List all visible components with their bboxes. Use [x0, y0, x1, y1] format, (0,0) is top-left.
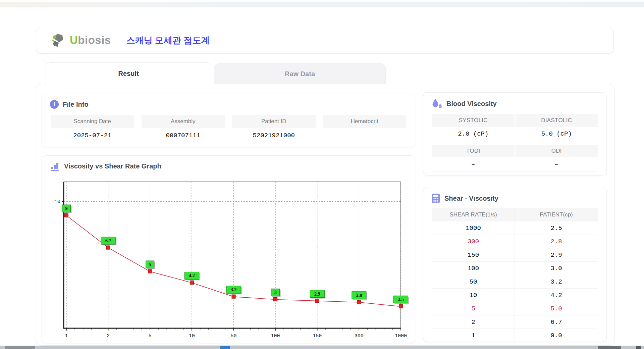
x-tick-label: 1000: [395, 333, 407, 339]
bv-label-odi: ODI: [516, 145, 598, 157]
cell-shear-rate: 300: [432, 235, 515, 248]
field-assembly: Assembly 000707111: [142, 115, 225, 143]
taskbar-segment: [636, 346, 641, 349]
taskbar-segment: [5, 346, 35, 349]
field-scanning-date: Scanning Date 2025-07-21: [51, 115, 134, 143]
table-header-row: SHEAR RATE(1/s) PATIENT(cp): [432, 208, 598, 221]
table-row: 300 2.8: [432, 235, 598, 248]
field-label: Patient ID: [232, 115, 316, 128]
chart-point: [399, 304, 403, 308]
calculator-icon: [431, 193, 440, 203]
file-info-header: i File Info: [50, 100, 89, 109]
app-header: Ubiosis 스캐닝 모세관 점도계: [36, 27, 614, 54]
field-value: 000707111: [142, 128, 225, 143]
cell-shear-rate: 10: [432, 289, 515, 302]
table-row: 1 9.0: [432, 329, 598, 342]
graph-header: Viscosity vs Shear Rate Graph: [50, 162, 161, 171]
x-tick-label: 1: [65, 333, 68, 339]
table-row: 2 6.7: [432, 315, 598, 329]
taskbar-segment-blue: [220, 346, 230, 349]
field-value: 2025-07-21: [51, 128, 134, 143]
cell-patient: 5.0: [515, 302, 598, 315]
file-info-grid: Scanning Date 2025-07-21 Assembly 000707…: [51, 115, 406, 143]
table-body: 1000 2.5 300 2.8 150 2.9 100 3.0 50 3.2 …: [432, 221, 598, 342]
table-row: 100 3.0: [432, 262, 598, 275]
bv-value-systolic: 2.8 (cP): [432, 127, 515, 141]
blood-viscosity-title: Blood Viscosity: [446, 100, 497, 108]
ubiosis-logo-text: Ubiosis: [70, 34, 111, 47]
field-label: Assembly: [142, 115, 225, 128]
field-patient-id: Patient ID 52021921000: [232, 115, 316, 143]
chart-point: [190, 281, 194, 284]
bv-label-systolic: SYSTOLIC: [432, 114, 515, 127]
cell-shear-rate: 1: [432, 329, 515, 342]
x-tick-label: 300: [355, 333, 364, 339]
cell-patient: 2.9: [515, 248, 598, 261]
logo-letter-u: U: [70, 34, 78, 46]
field-value: [323, 128, 407, 143]
cell-patient: 3.0: [515, 262, 598, 275]
cell-patient: 2.8: [515, 235, 598, 248]
logo-rest: biosis: [78, 34, 111, 46]
content-panel: i File Info Scanning Date 2025-07-21 Ass…: [36, 84, 614, 346]
shear-viscosity-card: Shear - Viscosity SHEAR RATE(1/s) PATIEN…: [423, 187, 607, 342]
cell-shear-rate: 1000: [432, 221, 515, 235]
cell-shear-rate: 100: [432, 262, 515, 275]
chart-point: [65, 213, 68, 217]
x-tick-label: 2: [107, 333, 110, 339]
bv-header-row: TODI ODI: [432, 145, 598, 157]
x-tick-label: 10: [189, 333, 195, 339]
table-row: 10 4.2: [432, 289, 598, 302]
cell-shear-rate: 5: [432, 302, 515, 315]
blood-viscosity-grid: SYSTOLIC DIASTOLIC 2.8 (cP) 5.0 (cP) TOD…: [432, 114, 598, 172]
x-tick-label: 50: [230, 333, 236, 339]
tab-result[interactable]: Result: [46, 62, 211, 84]
window-chrome-strip: [0, 2, 644, 7]
cell-patient: 6.7: [515, 315, 598, 329]
taskbar-segment: [598, 346, 621, 349]
cell-shear-rate: 2: [432, 315, 515, 329]
point-label: 2.5: [398, 297, 404, 302]
file-info-card: i File Info Scanning Date 2025-07-21 Ass…: [42, 94, 415, 147]
field-value: 52021921000: [232, 128, 316, 143]
cell-patient: 3.2: [515, 275, 598, 288]
bv-value-row: 2.8 (cP) 5.0 (cP): [432, 127, 598, 141]
chart-point: [274, 297, 277, 301]
file-info-title: File Info: [63, 101, 89, 108]
shear-viscosity-title: Shear - Viscosity: [444, 195, 498, 202]
bar-chart-icon: [50, 162, 60, 171]
shear-viscosity-table: SHEAR RATE(1/s) PATIENT(cp) 1000 2.5 300…: [432, 208, 598, 342]
y-tick-label: 10: [54, 199, 60, 205]
point-label: 6.7: [105, 238, 111, 243]
chart-point: [315, 299, 319, 303]
tab-raw-data[interactable]: Raw Data: [214, 63, 386, 84]
col-header-shear-rate: SHEAR RATE(1/s): [432, 208, 515, 221]
window-left-border: [1, 0, 1, 349]
bv-value-odi: –: [516, 157, 598, 172]
plot-area: [64, 182, 401, 328]
info-icon: i: [50, 100, 59, 109]
point-label: 2.9: [314, 292, 320, 297]
cell-patient: 2.5: [515, 221, 598, 235]
chart-point: [148, 269, 152, 273]
bv-value-row: – –: [432, 157, 598, 172]
app-title-korean: 스캐닝 모세관 점도계: [126, 35, 210, 46]
bv-header-row: SYSTOLIC DIASTOLIC: [432, 114, 598, 127]
point-label: 9: [65, 206, 68, 211]
blood-drops-icon: [431, 99, 442, 109]
table-row: 5 5.0: [432, 302, 598, 315]
bv-label-diastolic: DIASTOLIC: [516, 114, 598, 127]
table-row: 50 3.2: [432, 275, 598, 289]
blood-viscosity-header: Blood Viscosity: [431, 99, 497, 109]
field-label: Scanning Date: [51, 115, 134, 128]
point-label: 2.8: [356, 293, 362, 298]
cell-shear-rate: 150: [432, 248, 515, 261]
bv-value-todi: –: [432, 157, 515, 172]
table-row: 1000 2.5: [432, 221, 598, 235]
taskbar-sliver: [0, 346, 644, 349]
chart-point: [232, 295, 235, 298]
ubiosis-logo-icon: [51, 33, 66, 47]
point-label: 3: [274, 290, 277, 295]
cell-patient: 9.0: [515, 329, 598, 342]
field-hematocrit: Hematocrit: [323, 115, 407, 143]
